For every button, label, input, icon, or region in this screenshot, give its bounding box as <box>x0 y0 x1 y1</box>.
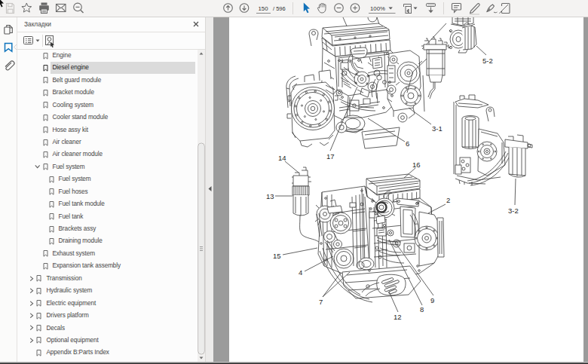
svg-text:12: 12 <box>394 313 402 321</box>
svg-text:8: 8 <box>420 305 424 314</box>
svg-text:100%: 100% <box>370 5 385 12</box>
svg-text:3-2: 3-2 <box>508 206 519 215</box>
svg-text:13: 13 <box>266 192 274 200</box>
svg-text:14: 14 <box>278 154 286 162</box>
svg-text:6: 6 <box>406 139 409 148</box>
svg-text:15: 15 <box>273 252 281 260</box>
svg-text:2: 2 <box>446 196 450 204</box>
svg-text:150: 150 <box>258 5 268 12</box>
svg-text:16: 16 <box>412 161 421 169</box>
svg-text:17: 17 <box>326 152 335 161</box>
svg-text:3-1: 3-1 <box>432 124 443 133</box>
svg-text:9: 9 <box>430 296 434 304</box>
svg-text:5-2: 5-2 <box>482 57 493 65</box>
svg-text:7: 7 <box>319 298 323 306</box>
svg-text:/ 596: / 596 <box>273 5 286 12</box>
svg-text:4: 4 <box>299 268 302 277</box>
